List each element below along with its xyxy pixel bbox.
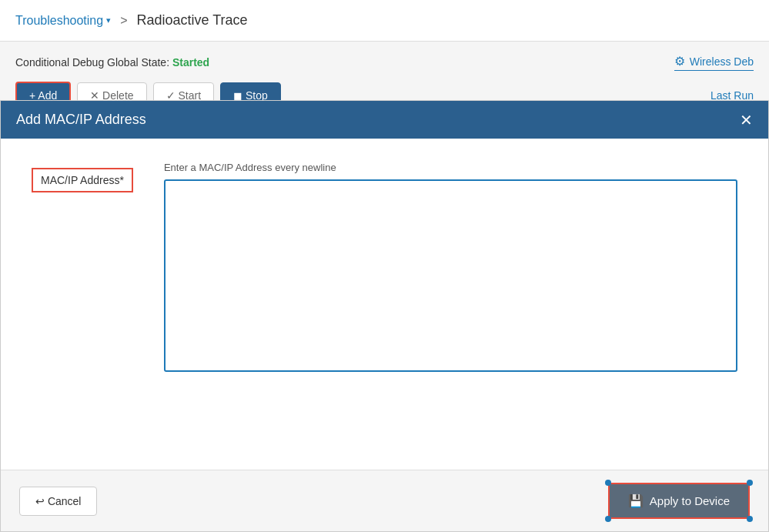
modal-body: MAC/IP Address* Enter a MAC/IP Address e… — [1, 139, 768, 470]
field-hint: Enter a MAC/IP Address every newline — [164, 162, 737, 173]
field-label: MAC/IP Address* — [32, 162, 133, 192]
debug-state-text: Conditional Debug Global State: Started — [15, 56, 209, 69]
wireless-debug-label: Wireless Deb — [690, 55, 754, 68]
modal-close-button[interactable]: ✕ — [740, 112, 753, 128]
apply-button-wrapper: 💾 Apply to Device — [608, 483, 750, 519]
troubleshooting-link-text: Troubleshooting — [15, 14, 103, 28]
modal-title: Add MAC/IP Address — [16, 112, 146, 128]
debug-state-value: Started — [172, 56, 209, 69]
page-title: Radioactive Trace — [137, 12, 248, 28]
dropdown-chevron: ▾ — [106, 15, 111, 25]
save-icon: 💾 — [628, 494, 644, 508]
debug-state-label: Conditional Debug Global State: — [15, 56, 169, 69]
top-nav: Troubleshooting ▾ > Radioactive Trace — [0, 0, 769, 42]
add-mac-ip-modal: Add MAC/IP Address ✕ MAC/IP Address* Ent… — [0, 100, 769, 532]
apply-label: Apply to Device — [650, 494, 730, 507]
field-input-area: Enter a MAC/IP Address every newline — [164, 162, 737, 374]
breadcrumb-link[interactable]: Troubleshooting ▾ — [15, 14, 111, 28]
apply-to-device-button[interactable]: 💾 Apply to Device — [608, 483, 750, 519]
corner-dot-tr — [747, 480, 753, 486]
debug-state-row: Conditional Debug Global State: Started … — [15, 54, 754, 71]
corner-dot-bl — [605, 516, 611, 522]
cancel-button[interactable]: ↩ Cancel — [19, 487, 97, 516]
modal-header: Add MAC/IP Address ✕ — [1, 101, 768, 139]
corner-dot-tl — [605, 480, 611, 486]
gear-icon: ⚙ — [674, 54, 685, 69]
modal-footer: ↩ Cancel 💾 Apply to Device — [1, 470, 768, 531]
mac-ip-label: MAC/IP Address* — [32, 168, 133, 192]
mac-ip-textarea[interactable] — [164, 179, 737, 372]
corner-dot-br — [747, 516, 753, 522]
breadcrumb-separator: > — [120, 14, 127, 28]
wireless-debug-button[interactable]: ⚙ Wireless Deb — [674, 54, 754, 71]
